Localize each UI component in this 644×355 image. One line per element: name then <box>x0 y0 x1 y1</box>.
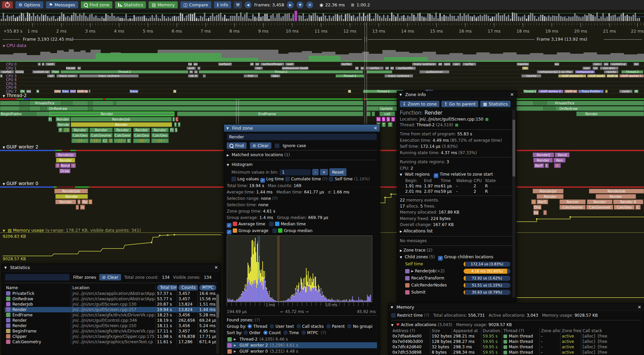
memory-button[interactable]: ▤Memory <box>149 1 177 8</box>
frame-dropdown-button[interactable]: ▼ <box>297 1 304 8</box>
cell-zone-alloc[interactable]: - <box>539 344 560 350</box>
cell-address[interactable]: 0x7dfaa64e00 <box>391 334 430 339</box>
zone[interactable] <box>49 112 174 116</box>
zone[interactable] <box>19 112 30 116</box>
group-radio-4[interactable] <box>347 324 352 328</box>
cpu-zone-block[interactable]: s <box>38 62 41 66</box>
cpu-zone-block[interactable]: system-g <box>610 62 627 66</box>
cell-call-stack[interactable]: [alloc] [free <box>581 344 635 350</box>
zone[interactable]: Render R <box>613 199 643 204</box>
cpu-zone-block[interactable]: Thread-2 <box>621 70 643 74</box>
wait-regions-header[interactable]: Wait regions <box>405 172 430 177</box>
frame-label-right[interactable]: Frame 3,194 (13.92 ms) <box>537 37 587 42</box>
zone[interactable]: ~22~ <box>114 138 126 143</box>
zone[interactable]: ~16~ <box>90 138 102 143</box>
table-row[interactable]: CalcGeometry <box>5 339 71 345</box>
cpu-zone-block[interactable]: surface! <box>218 62 232 66</box>
cpu-zone-block[interactable]: aud <box>285 62 294 66</box>
cell-call-stack[interactable]: [alloc] [free <box>581 334 635 339</box>
cpu-zone-block[interactable]: - <box>203 74 206 78</box>
frame-row[interactable]: Frame 3,193 (22.45 ms)Frame 3,194 (13.92… <box>0 36 644 42</box>
cell-zone-free[interactable]: active <box>560 350 581 355</box>
table-row[interactable]: Clipper <box>5 334 71 339</box>
log-time-checkbox[interactable]: ✓ <box>260 178 265 183</box>
cpu-zone-block[interactable]: rol <box>385 66 389 70</box>
cpu-zone-block[interactable]: GUIF work <box>587 74 606 78</box>
mem-col-5[interactable]: Zone alloc <box>539 328 560 334</box>
cpu-zone-block[interactable]: sen <box>443 62 451 66</box>
group-radio-0[interactable] <box>248 324 252 328</box>
zone[interactable]: CalcGeome <box>90 133 113 138</box>
zone[interactable]: 9- <box>554 163 561 168</box>
cpu-data-header[interactable]: ▼CPU data <box>3 43 26 48</box>
zone[interactable]: ~26~ <box>133 138 150 143</box>
cpu-zone-block[interactable]: GUIF worker 0 <box>558 74 586 78</box>
cell-thread[interactable]: Main thread <box>502 334 539 339</box>
zone[interactable]: RenderJo <box>55 152 76 157</box>
filter-input[interactable] <box>5 274 70 281</box>
cpu-zone-block[interactable]: sis <box>592 66 598 70</box>
zone[interactable]: Render <box>533 158 553 163</box>
bin-plus-button[interactable]: + <box>320 169 328 175</box>
cpu-zone-block[interactable]: surfac <box>340 62 353 66</box>
cpu-zone-block[interactable]: sen- <box>592 62 602 66</box>
zone[interactable]: Render <box>56 117 70 122</box>
zone[interactable]: 9 <box>71 163 76 168</box>
clear-filter-button[interactable]: ⊘Clear <box>99 274 121 280</box>
cell-thread[interactable]: Main thread <box>502 350 539 355</box>
cell-address[interactable]: 0x7dfc53d898 <box>391 350 430 355</box>
cpu-zone-block[interactable]: audioserver (audio <box>282 66 309 70</box>
cpu-zone-block[interactable]: composer@2.1-se (Hw <box>537 70 574 74</box>
cpu-zone-block[interactable]: A( <box>173 90 176 93</box>
zone[interactable] <box>88 101 93 105</box>
cell-duration[interactable]: 59.95 s <box>481 344 502 350</box>
cpu-zone-block[interactable]: surfaceflin <box>395 66 416 70</box>
self-time-checkbox[interactable] <box>329 177 333 181</box>
cpu-zone-block[interactable]: Thread-2 <box>199 70 363 74</box>
zone[interactable]: Render <box>587 199 612 204</box>
mem-col-7[interactable]: Call stack <box>581 328 635 334</box>
zone[interactable]: Render <box>596 194 636 199</box>
found-zone-group[interactable]: ▶Thread-2(4,105) 6.46 s <box>227 336 377 342</box>
cpu-zone-block[interactable]: tracy_systrace <box>384 74 413 78</box>
cpu-zone-block[interactable]: GUIF worker 2 <box>538 90 564 93</box>
mem-col-3[interactable]: Duration <box>481 328 502 334</box>
cpu-zone-block[interactable]: GUIF work <box>77 90 88 93</box>
cpu-zone-block[interactable]: a <box>194 70 198 74</box>
table-row[interactable]: RenderJob <box>5 302 71 307</box>
tools-button[interactable]: ⚒ <box>234 1 242 8</box>
zone[interactable] <box>19 101 30 105</box>
frame-label-left[interactable]: Frame 3,193 (22.45 ms) <box>23 37 73 42</box>
min-bin-input[interactable] <box>279 169 311 176</box>
bin-reset-button[interactable]: Reset <box>329 168 346 176</box>
zone[interactable]: F <box>58 128 63 132</box>
zone-trace-header[interactable]: Zone trace <box>404 248 425 253</box>
cpu-zone-block[interactable]: et <box>250 62 254 66</box>
zone[interactable]: 8 <box>108 138 113 143</box>
close-icon[interactable]: ✕ <box>510 92 514 97</box>
zone[interactable]: CalcGeo <box>151 133 169 138</box>
cpu-zone-block[interactable]: si <box>360 66 364 70</box>
cell-appeared[interactable]: 298.34 ms <box>451 350 481 355</box>
sort-radio-2[interactable] <box>283 330 288 335</box>
cpu-zone-block[interactable]: kw <box>254 66 263 70</box>
cpu-zone-block[interactable]: m <box>189 70 193 74</box>
group-children-checkbox[interactable]: ✓ <box>438 256 443 261</box>
cpu-zone-block[interactable]: A( <box>522 66 529 70</box>
info-button[interactable]: ℹInfo <box>214 1 231 8</box>
cpu-zone-block[interactable]: x <box>0 74 3 78</box>
go-to-parent-button[interactable]: ↥Go to parent <box>441 101 478 107</box>
zone[interactable]: RenderJob <box>589 189 644 193</box>
zone[interactable]: RenderJol <box>533 189 564 193</box>
zone[interactable]: ~24~ <box>151 138 169 143</box>
cpu-zone-block[interactable]: composer@ <box>575 70 595 74</box>
cell-thread[interactable]: Main thread <box>502 339 539 344</box>
zone[interactable]: -17 <box>531 199 536 204</box>
zone[interactable]: ~ <box>80 205 85 210</box>
cpu-zone-block[interactable]: ser <box>452 62 461 66</box>
cpu-zone-block[interactable]: M <box>36 90 39 93</box>
cpu-zone-block[interactable]: syste <box>619 90 633 93</box>
cpu-zone-block[interactable]: kworke <box>517 62 529 66</box>
zone[interactable]: T <box>178 122 180 127</box>
cpu-zone-block[interactable]: lgks <box>270 74 280 78</box>
